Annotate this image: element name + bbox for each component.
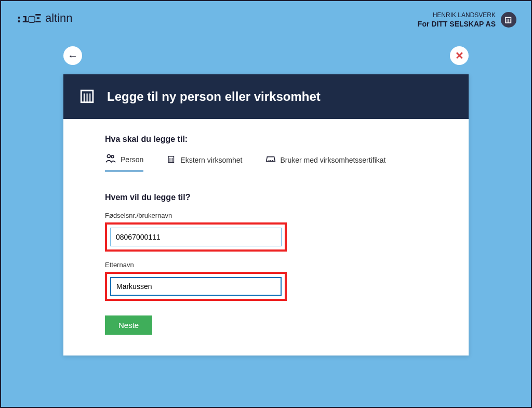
modal-header: Legge til ny person eller virksomhet (63, 74, 469, 119)
svg-point-9 (111, 155, 114, 158)
fodselsnr-label: Fødselsnr./brukernavn (105, 212, 427, 219)
tab-bruker-label: Bruker med virksomhetssertifikat (280, 156, 385, 164)
arrow-left-icon: ← (68, 50, 78, 62)
modal-title: Legge til ny person eller virksomhet (107, 89, 321, 104)
user-info[interactable]: HENRIK LANDSVERK For DITT SELSKAP AS (418, 11, 516, 28)
fodselsnr-input[interactable] (110, 228, 282, 246)
etternavn-input[interactable] (110, 277, 282, 296)
device-icon (265, 155, 276, 165)
back-button[interactable]: ← (63, 46, 82, 65)
tab-person[interactable]: Person (105, 153, 143, 172)
tabs: Person Ekstern virksomhet Bruker med vir… (105, 153, 427, 172)
org-line: For DITT SELSKAP AS (418, 20, 496, 28)
etternavn-label: Etternavn (105, 261, 427, 269)
logo-mark-icon: :ı▢Ξ (16, 12, 41, 25)
tab-ekstern[interactable]: Ekstern virksomhet (167, 153, 242, 172)
modal: Legge til ny person eller virksomhet Hva… (63, 74, 469, 356)
logo[interactable]: :ı▢Ξ altinn (16, 11, 73, 25)
svg-point-8 (107, 154, 110, 157)
next-button[interactable]: Neste (105, 315, 152, 335)
highlight-etternavn (105, 272, 287, 301)
logo-text: altinn (45, 11, 73, 25)
people-icon (105, 153, 116, 165)
close-button[interactable]: ✕ (450, 46, 469, 65)
tab-ekstern-label: Ekstern virksomhet (180, 156, 242, 164)
tab-person-label: Person (121, 155, 143, 164)
close-icon: ✕ (455, 49, 464, 62)
avatar-building-icon (501, 12, 516, 28)
tab-bruker[interactable]: Bruker med virksomhetssertifikat (265, 153, 385, 172)
section-who-label: Hvem vil du legge til? (105, 193, 427, 202)
building-small-icon (167, 154, 176, 165)
user-name: HENRIK LANDSVERK (418, 11, 496, 19)
section-what-label: Hva skal du legge til: (105, 135, 427, 144)
highlight-fodselsnr (105, 222, 287, 252)
building-icon (79, 87, 97, 107)
